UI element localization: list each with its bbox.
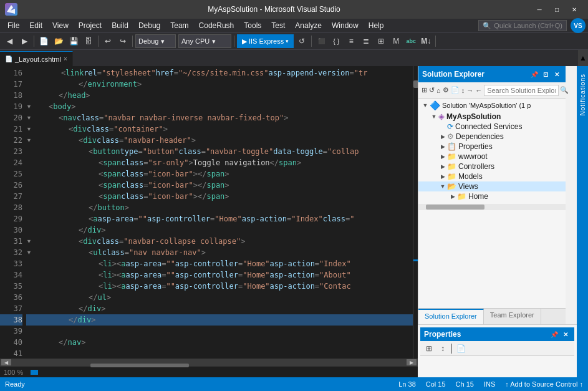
expand-20[interactable]: ▼	[26, 115, 32, 121]
undo-button[interactable]: ↩	[101, 34, 115, 48]
tab-scroll-up[interactable]: ▲	[578, 50, 588, 66]
zoom-level[interactable]: 100 %	[4, 369, 23, 376]
se-tab-team-explorer[interactable]: Team Explorer	[484, 309, 541, 324]
menu-edit[interactable]: Edit	[24, 19, 47, 32]
menu-test[interactable]: Test	[266, 19, 290, 32]
prop-close-button[interactable]: ✕	[561, 329, 571, 339]
se-h-scroll[interactable]	[418, 204, 566, 210]
se-search-button[interactable]: 🔍	[559, 84, 569, 97]
prop-pin-button[interactable]: 📌	[549, 329, 559, 339]
scroll-left[interactable]: ◀	[1, 359, 11, 365]
minimize-button[interactable]: ─	[531, 3, 548, 16]
run-button[interactable]: ▶ IIS Express ▾	[237, 34, 294, 48]
threads-button[interactable]: ⊞	[374, 34, 388, 48]
open-file-button[interactable]: 📂	[52, 34, 65, 48]
tree-solution[interactable]: ▼ 🔷 Solution 'MyAspSolution' (1 p	[418, 100, 566, 111]
tree-connected-services[interactable]: ⟳ Connected Services	[418, 122, 566, 132]
forward-button[interactable]: ▶	[17, 34, 31, 48]
se-home-button[interactable]: ⌂	[436, 84, 441, 97]
close-button[interactable]: ✕	[566, 3, 583, 16]
menu-build[interactable]: Build	[107, 19, 133, 32]
tree-home[interactable]: ▶ 📁 Home	[418, 191, 566, 201]
tree-controllers[interactable]: ▶ 📁 Controllers	[418, 162, 566, 171]
new-project-button[interactable]: 📄	[37, 34, 51, 48]
tree-expand-home[interactable]: ▶	[448, 193, 457, 200]
tree-views[interactable]: ▼ 📂 Views	[418, 181, 566, 191]
se-collapse-button[interactable]: ⊞	[421, 84, 428, 97]
se-filter-button[interactable]: ↕	[461, 84, 466, 97]
menu-project[interactable]: Project	[74, 19, 107, 32]
expand-32[interactable]: ▼	[26, 249, 32, 256]
tree-expand-prop[interactable]: ▶	[438, 143, 447, 150]
menu-debug[interactable]: Debug	[133, 19, 165, 32]
se-search-input[interactable]	[484, 85, 559, 96]
se-close-button[interactable]: ✕	[552, 69, 562, 79]
tree-expand-dep[interactable]: ▶	[438, 133, 447, 140]
prop-sort-button[interactable]: ↕	[436, 342, 449, 355]
expand-19[interactable]: ▼	[26, 104, 32, 110]
tab-close-icon[interactable]: ×	[64, 56, 67, 62]
watch-button[interactable]: { }	[329, 34, 343, 48]
expand-22[interactable]: ▼	[26, 137, 32, 143]
zoom-slider[interactable]	[31, 370, 38, 375]
menu-file[interactable]: File	[2, 19, 24, 32]
code-content[interactable]: <link rel="stylesheet" href="~/css/site.…	[36, 66, 413, 359]
redo-button[interactable]: ↪	[116, 34, 130, 48]
tree-expand-solution[interactable]: ▼	[421, 102, 430, 109]
modules-button[interactable]: M	[389, 34, 403, 48]
wwwroot-icon: 📁	[447, 152, 456, 161]
refresh-button[interactable]: ↺	[295, 34, 309, 48]
menu-view[interactable]: View	[47, 19, 74, 32]
tree-dependencies[interactable]: ▶ ⚙ Dependencies	[418, 132, 566, 142]
tree-models[interactable]: ▶ 📁 Models	[418, 171, 566, 181]
prop-page-button[interactable]: 📄	[455, 342, 467, 355]
se-refresh-button[interactable]: ↺	[428, 84, 435, 97]
editor-h-scroll[interactable]: ◀ ▶	[0, 359, 418, 366]
tree-expand-models[interactable]: ▶	[438, 173, 447, 180]
locals-button[interactable]: ≡	[344, 34, 358, 48]
menu-tools[interactable]: Tools	[239, 19, 266, 32]
se-dock-button[interactable]: ⊡	[541, 69, 551, 79]
menu-team[interactable]: Team	[165, 19, 193, 32]
maximize-button[interactable]: □	[548, 3, 566, 16]
prop-grid-button[interactable]: ⊞	[423, 342, 435, 355]
se-tree: ▼ 🔷 Solution 'MyAspSolution' (1 p ▼ ◈ My…	[418, 99, 566, 308]
tree-expand-views[interactable]: ▼	[438, 183, 447, 190]
menu-coderush[interactable]: CodeRush	[194, 19, 239, 32]
se-tab-solution-explorer[interactable]: Solution Explorer	[418, 309, 484, 324]
code-line-26: <span class="icon-bar" ></span>	[36, 180, 413, 191]
editor-tab[interactable]: 📄 _Layout.cshtml ×	[0, 51, 73, 66]
tree-expand-ctrl[interactable]: ▶	[438, 163, 447, 170]
save-button[interactable]: 💾	[67, 34, 80, 48]
editor: 1617181920 2122232425 2627282930 3132333…	[0, 66, 418, 377]
save-all-button[interactable]: 🗄	[82, 34, 95, 48]
debug-config-dropdown[interactable]: Debug ▾	[135, 34, 176, 48]
tree-wwwroot[interactable]: ▶ 📁 wwwroot	[418, 152, 566, 162]
platform-dropdown[interactable]: Any CPU ▾	[178, 34, 231, 48]
breakpoints-button[interactable]: ⬛	[314, 34, 328, 48]
callstack-button[interactable]: ≣	[359, 34, 373, 48]
se-showfiles-button[interactable]: 📄	[450, 84, 460, 97]
tree-properties[interactable]: ▶ 📋 Properties	[418, 142, 566, 152]
status-bar: Ready Ln 38 Col 15 Ch 15 INS ↑ Add to So…	[0, 377, 588, 391]
se-pin-button[interactable]: 📌	[529, 69, 539, 79]
abc-button[interactable]: abc	[404, 34, 418, 48]
se-arrow-left[interactable]: ←	[475, 84, 483, 97]
tree-expand-project[interactable]: ▼	[430, 113, 438, 120]
se-arrow-right[interactable]: →	[466, 84, 474, 97]
se-properties-button[interactable]: ⚙	[442, 84, 450, 97]
expand-21[interactable]: ▼	[26, 126, 32, 132]
expand-31[interactable]: ▼	[26, 238, 32, 244]
user-avatar[interactable]: VS	[571, 18, 586, 33]
back-button[interactable]: ◀	[2, 34, 16, 48]
menu-help[interactable]: Help	[364, 19, 389, 32]
menu-analyze[interactable]: Analyze	[290, 19, 327, 32]
tree-expand-www[interactable]: ▶	[438, 153, 447, 160]
toolbar-sep-1	[34, 36, 34, 47]
menu-window[interactable]: Window	[327, 19, 364, 32]
format-button[interactable]: M↓	[419, 34, 433, 48]
tree-project[interactable]: ▼ ◈ MyAspSolution	[418, 111, 566, 122]
scroll-right[interactable]: ▶	[407, 359, 417, 365]
code-line-32: <ul class="nav navbar-nav" >	[36, 247, 413, 258]
status-add-source[interactable]: ↑ Add to Source Control ↑	[505, 380, 583, 388]
